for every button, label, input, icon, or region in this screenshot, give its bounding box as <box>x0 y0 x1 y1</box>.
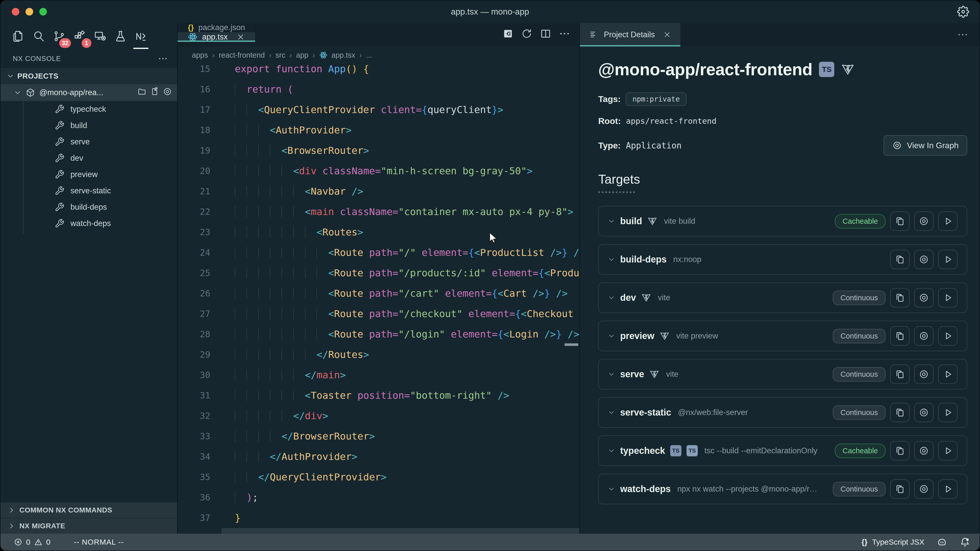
wrench-icon <box>55 104 64 114</box>
open-folder-icon <box>137 87 146 96</box>
close-icon[interactable] <box>663 30 671 39</box>
activity-item-remote-explorer[interactable] <box>92 27 108 46</box>
code-line-33: 33 </BrowserRouter> <box>178 426 579 446</box>
refresh-button[interactable] <box>521 28 532 41</box>
tree-item-dev[interactable]: dev <box>0 150 177 166</box>
tree-item-build[interactable]: build <box>0 118 177 134</box>
panel-tab-row: Project Details <box>580 23 980 46</box>
project-row-selected[interactable]: @mono-app/rea... <box>0 84 177 101</box>
breadcrumb-item[interactable]: ... <box>366 51 372 59</box>
activity-item-extensions[interactable]: 1 <box>72 27 87 46</box>
tab-package.json[interactable]: {}package.json <box>178 23 256 32</box>
focus-target-in-graph-button[interactable] <box>914 479 934 499</box>
split-editor-button[interactable] <box>540 28 551 41</box>
notifications-bell-icon[interactable] <box>959 537 970 548</box>
sidebar-title: NX CONSOLE <box>13 55 61 63</box>
copy-task-id-button[interactable] <box>890 211 910 231</box>
tree-item-build-deps[interactable]: build-deps <box>0 199 177 215</box>
list-icon <box>589 30 599 40</box>
nx-console-icon <box>135 30 147 43</box>
editor-group: {}package.jsonapp.tsx apps›react-fronten… <box>178 23 579 534</box>
problems-indicator[interactable]: 0 0 <box>14 538 50 546</box>
breadcrumb-item[interactable]: apps <box>192 51 208 59</box>
more-actions-button[interactable] <box>559 28 570 41</box>
projects-section-header[interactable]: PROJECTS <box>0 68 177 84</box>
focus-target-in-graph-button[interactable] <box>914 326 934 346</box>
run-target-icon <box>943 331 953 341</box>
code-line-30: 30 </main> <box>178 365 579 385</box>
focus-in-graph-button[interactable] <box>163 87 172 98</box>
target-card-serve[interactable]: serve vite Continuous <box>598 359 967 389</box>
open-changes-button[interactable] <box>502 28 514 41</box>
run-target-button[interactable] <box>938 479 958 499</box>
target-card-build[interactable]: build vite build Cacheable <box>598 206 967 237</box>
breadcrumb-item[interactable]: src <box>275 51 285 59</box>
breadcrumb-item[interactable]: react-frontend <box>219 51 265 59</box>
copy-task-id-button[interactable] <box>890 403 910 422</box>
tree-item-serve[interactable]: serve <box>0 134 177 150</box>
tree-item-preview[interactable]: preview <box>0 166 177 183</box>
tree-item-typecheck[interactable]: typecheck <box>0 101 177 118</box>
copy-task-id-button[interactable] <box>890 250 910 269</box>
focus-target-in-graph-button[interactable] <box>914 211 934 231</box>
copy-task-id-button[interactable] <box>890 441 910 460</box>
focus-target-in-graph-button[interactable] <box>914 250 934 269</box>
target-card-preview[interactable]: preview vite preview Continuous <box>598 321 967 351</box>
vite-logo-icon <box>647 216 657 226</box>
breadcrumb-item[interactable]: app.tsx <box>331 51 355 59</box>
run-target-button[interactable] <box>938 365 958 384</box>
breadcrumb-item[interactable]: app <box>296 51 308 59</box>
copy-task-id-button[interactable] <box>890 288 910 307</box>
run-target-button[interactable] <box>938 326 958 346</box>
zoom-window-button[interactable] <box>39 8 47 16</box>
copy-task-id-button[interactable] <box>890 326 910 346</box>
activity-item-search[interactable] <box>31 27 46 46</box>
breadcrumb[interactable]: apps›react-frontend›src›app›app.tsx›... <box>178 46 579 64</box>
close-window-button[interactable] <box>12 8 19 16</box>
activity-item-source-control[interactable]: 32 <box>52 27 67 46</box>
language-mode-selector[interactable]: {} TypeScript JSX <box>862 538 924 546</box>
target-name: watch-deps <box>620 484 671 494</box>
focus-target-in-graph-button[interactable] <box>914 288 934 307</box>
code-line-26: 26 <Route path="/cart" element={<Cart />… <box>178 283 579 303</box>
run-target-button[interactable] <box>938 211 958 231</box>
copy-task-id-icon <box>895 254 905 265</box>
panel-more-actions-icon[interactable] <box>957 29 968 40</box>
target-card-build-deps[interactable]: build-deps nx:noop <box>598 244 967 275</box>
tab-project-details[interactable]: Project Details <box>580 23 680 46</box>
tree-item-serve-static[interactable]: serve-static <box>0 183 177 199</box>
tree-item-watch-deps[interactable]: watch-deps <box>0 215 177 232</box>
copy-task-id-button[interactable] <box>890 365 910 384</box>
section-nx-migrate[interactable]: NX MIGRATE <box>0 518 177 534</box>
focus-target-in-graph-button[interactable] <box>914 403 934 422</box>
close-icon[interactable] <box>236 33 245 41</box>
edit-project-config-button[interactable] <box>150 87 159 98</box>
sidebar-more-actions-icon[interactable] <box>158 54 168 64</box>
activity-item-nx-console[interactable] <box>133 27 148 46</box>
focus-target-in-graph-icon <box>919 484 929 494</box>
focus-target-in-graph-button[interactable] <box>914 441 934 460</box>
target-card-typecheck[interactable]: typecheck TSTS tsc --build --emitDeclara… <box>598 435 967 466</box>
target-card-watch-deps[interactable]: watch-deps npx nx watch --projects @mono… <box>598 474 967 504</box>
code-editor[interactable]: 15export function App() {16 return (17 <… <box>178 64 579 534</box>
section-common-nx-commands[interactable]: COMMON NX COMMANDS <box>0 502 177 518</box>
view-in-graph-button[interactable]: View In Graph <box>883 135 967 156</box>
target-card-serve-static[interactable]: serve-static @nx/web:file-server Continu… <box>598 397 967 428</box>
open-folder-button[interactable] <box>137 87 146 98</box>
copilot-icon[interactable] <box>937 537 947 548</box>
run-target-button[interactable] <box>938 250 958 269</box>
settings-gear-icon[interactable] <box>957 6 969 18</box>
run-target-button[interactable] <box>938 403 958 422</box>
vim-mode-indicator[interactable]: -- NORMAL -- <box>74 538 124 546</box>
badge-continuous: Continuous <box>833 405 886 420</box>
activity-item-explorer[interactable] <box>11 27 26 46</box>
tab-app.tsx[interactable]: app.tsx <box>178 32 256 42</box>
workbench: 321 NX CONSOLE PROJECTS @mono-app/rea...… <box>0 23 980 534</box>
minimize-window-button[interactable] <box>25 8 33 16</box>
target-card-dev[interactable]: dev vite Continuous <box>598 283 967 313</box>
focus-target-in-graph-button[interactable] <box>914 365 934 384</box>
copy-task-id-button[interactable] <box>890 479 910 499</box>
activity-item-testing[interactable] <box>113 27 128 46</box>
run-target-button[interactable] <box>938 441 958 460</box>
run-target-button[interactable] <box>938 288 958 307</box>
